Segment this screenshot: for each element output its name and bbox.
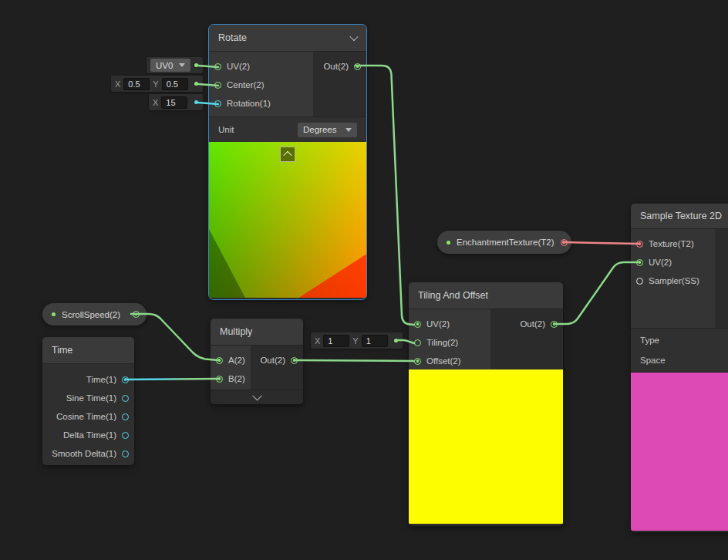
time-sine-label: Sine Time(1) (66, 393, 116, 403)
time-delta-label: Delta Time(1) (63, 430, 116, 440)
scrollspeed-property-node[interactable]: ScrollSpeed(2) (42, 303, 147, 326)
time-node-title[interactable]: Time (42, 337, 134, 364)
multiply-expand-bar[interactable] (211, 390, 303, 404)
scrollspeed-label: ScrollSpeed(2) (62, 310, 126, 319)
time-smooth-delta-label: Smooth Delta(1) (52, 449, 116, 458)
time-smooth-delta-port[interactable] (122, 450, 129, 457)
connector-dot (194, 82, 198, 86)
sample-preview (631, 373, 728, 531)
time-node-title-label: Time (52, 345, 72, 356)
sample-node-title[interactable]: Sample Texture 2D (631, 204, 728, 229)
rotate-preview (209, 142, 366, 298)
time-sine-port[interactable] (122, 395, 129, 402)
x-label: X (315, 336, 320, 346)
wire-enchantment-to-sample-texture (564, 242, 639, 244)
tiling-out-label: Out(2) (520, 319, 545, 329)
sample-space-label: Space (640, 356, 666, 365)
multiply-a-port[interactable] (216, 357, 223, 364)
uv-channel-value: UV0 (156, 61, 173, 70)
tiling-x-field[interactable]: 1 (323, 335, 349, 347)
dropdown-arrow-icon (179, 63, 185, 67)
multiply-out-port[interactable] (291, 357, 298, 364)
time-time-label: Time(1) (86, 375, 116, 384)
tiling-tiling-label: Tiling(2) (426, 338, 458, 347)
tiling-node-title-label: Tiling And Offset (418, 290, 488, 301)
sample-node-title-label: Sample Texture 2D (640, 211, 722, 221)
wire-multiply-out-to-tiling-offset (295, 360, 414, 361)
multiply-b-label: B(2) (228, 374, 245, 383)
sample-sampler-label: Sampler(SS) (649, 276, 699, 285)
rotate-uv-channel-widget: UV0 (147, 57, 203, 73)
x-label: X (115, 79, 120, 89)
chevron-down-icon[interactable] (349, 32, 358, 41)
rotate-center-widget: X 0.5 Y 0.5 (111, 76, 203, 92)
multiply-a-label: A(2) (228, 356, 245, 365)
tiling-out-port[interactable] (551, 321, 558, 328)
tiling-node-title[interactable]: Tiling And Offset (409, 282, 563, 309)
rotate-node[interactable]: Rotate UV(2) Center(2) Rotation(1) (209, 25, 366, 299)
enchantment-texture-property-node[interactable]: EnchantmentTexture(T2) (437, 231, 571, 254)
connector-dot (194, 63, 198, 67)
preview-collapse-button[interactable] (280, 147, 295, 162)
rotate-center-label: Center(2) (227, 80, 265, 89)
rotate-out-port[interactable] (354, 63, 361, 70)
sample-texture-port[interactable] (636, 241, 643, 248)
rotate-unit-value: Degrees (303, 125, 336, 134)
y-label: Y (352, 336, 358, 346)
sample-texture-node[interactable]: Sample Texture 2D Texture(T2) UV(2) Samp… (631, 204, 728, 532)
connector-dot (394, 339, 398, 342)
exposed-property-dot (447, 241, 450, 245)
chevron-up-icon (283, 151, 292, 160)
sample-uv-label: UV(2) (649, 258, 672, 267)
tiling-offset-label: Offset(2) (426, 356, 461, 366)
tiling-offset-port[interactable] (414, 358, 421, 365)
multiply-b-port[interactable] (216, 376, 223, 383)
chevron-down-icon (252, 390, 262, 400)
time-cosine-label: Cosine Time(1) (56, 412, 116, 421)
time-time-port[interactable] (122, 376, 129, 383)
tiling-y-field[interactable]: 1 (362, 335, 388, 347)
rotate-rotation-widget: X 15 (149, 94, 203, 110)
center-x-field[interactable]: 0.5 (123, 78, 150, 90)
wire-tiling-out-to-sample-uv (554, 262, 639, 324)
dropdown-arrow-icon (345, 128, 352, 132)
rotate-rotation-port[interactable] (214, 100, 221, 107)
multiply-node-title[interactable]: Multiply (211, 319, 303, 346)
shader-graph-canvas[interactable]: Rotate UV(2) Center(2) Rotation(1) (0, 0, 728, 560)
center-y-field[interactable]: 0.5 (162, 78, 188, 90)
time-node[interactable]: Time Time(1) Sine Time(1) Cosine Time(1)… (42, 337, 134, 465)
uv-channel-dropdown[interactable]: UV0 (150, 59, 190, 72)
rotate-out-label: Out(2) (323, 62, 349, 71)
sample-type-label: Type (640, 336, 659, 345)
tiling-uv-label: UV(2) (426, 319, 450, 329)
rotation-value-field[interactable]: 15 (161, 96, 187, 109)
rotate-uv-label: UV(2) (227, 62, 250, 71)
scrollspeed-out-port[interactable] (133, 311, 140, 318)
sample-texture-label: Texture(T2) (649, 239, 694, 248)
sample-sampler-port[interactable] (636, 278, 643, 285)
rotate-unit-label: Unit (218, 125, 234, 134)
multiply-out-label: Out(2) (260, 356, 285, 365)
rotate-uv-port[interactable] (214, 63, 221, 70)
rotate-rotation-label: Rotation(1) (227, 99, 271, 108)
wire-time-to-multiply-b (126, 379, 218, 380)
rotate-center-port[interactable] (214, 82, 221, 89)
rotate-unit-dropdown[interactable]: Degrees (298, 123, 357, 137)
rotate-node-title-label: Rotate (218, 32, 247, 43)
tiling-tiling-port[interactable] (414, 339, 421, 346)
time-delta-port[interactable] (122, 432, 129, 439)
tiling-preview (409, 369, 563, 524)
sample-uv-port[interactable] (636, 259, 643, 266)
multiply-node-title-label: Multiply (220, 326, 252, 337)
time-cosine-port[interactable] (122, 413, 129, 420)
enchantment-out-port[interactable] (561, 239, 568, 246)
enchantment-texture-label: EnchantmentTexture(T2) (457, 238, 554, 247)
y-label: Y (153, 79, 158, 89)
rotate-node-title[interactable]: Rotate (209, 25, 366, 52)
tiling-uv-port[interactable] (414, 321, 421, 328)
tiling-offset-node[interactable]: Tiling And Offset UV(2) Tiling(2) Offset… (409, 282, 563, 526)
tiling-values-widget: X 1 Y 1 (311, 332, 403, 349)
exposed-property-dot (52, 312, 56, 316)
multiply-node[interactable]: Multiply A(2) B(2) Out(2) (211, 319, 303, 404)
connector-dot (194, 100, 198, 104)
